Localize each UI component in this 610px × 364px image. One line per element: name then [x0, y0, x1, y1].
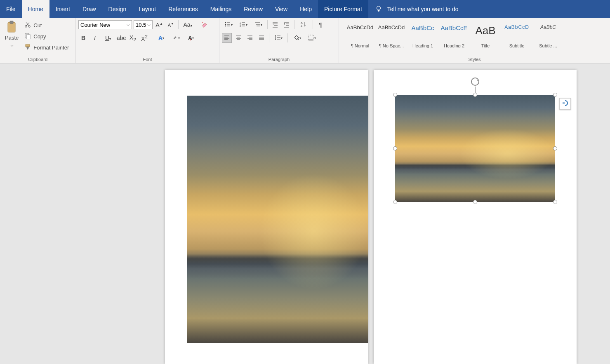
- font-size-combo[interactable]: 10.5: [134, 20, 153, 29]
- resize-handle-t[interactable]: [473, 93, 477, 97]
- tell-me-search[interactable]: Tell me what you want to do: [368, 0, 465, 18]
- format-painter-label: Format Painter: [33, 45, 69, 51]
- justify-button[interactable]: [257, 33, 266, 43]
- style-item-2[interactable]: AaBbCcHeading 1: [407, 21, 438, 50]
- group-label-paragraph: Paragraph: [222, 57, 336, 63]
- italic-button[interactable]: I: [90, 33, 100, 43]
- style-name-label: Subtle ...: [534, 43, 562, 48]
- tab-home[interactable]: Home: [22, 0, 49, 18]
- group-font: Courier New 10.5 A▲ A▼ Aa▾ B I U▾ abc: [76, 18, 219, 63]
- styles-gallery[interactable]: AaBbCcDd¶ NormalAaBbCcDd¶ No Spac...AaBb…: [342, 20, 608, 52]
- highlight-button[interactable]: ▾: [170, 33, 183, 43]
- resize-handle-tr[interactable]: [553, 93, 557, 97]
- bullets-button[interactable]: ▾: [222, 20, 235, 30]
- style-name-label: ¶ Normal: [346, 43, 374, 48]
- sort-button[interactable]: AZ: [297, 20, 310, 30]
- clear-formatting-button[interactable]: [200, 20, 210, 30]
- show-marks-button[interactable]: ¶: [316, 20, 325, 30]
- resize-handle-tl[interactable]: [393, 93, 397, 97]
- align-right-button[interactable]: [245, 33, 255, 43]
- tab-view[interactable]: View: [269, 0, 294, 18]
- borders-button[interactable]: ▾: [305, 33, 318, 43]
- tab-mailings[interactable]: Mailings: [204, 0, 238, 18]
- ribbon-body: Paste Cut Copy Format Painter Clipboard: [0, 18, 610, 63]
- copy-button[interactable]: Copy: [23, 32, 71, 41]
- layout-options-button[interactable]: [559, 98, 571, 110]
- style-preview: AaBbCcE: [440, 24, 467, 31]
- style-item-5[interactable]: AaBbCcDSubtitle: [502, 21, 532, 50]
- style-name-label: Heading 2: [440, 43, 468, 48]
- increase-indent-button[interactable]: [282, 20, 292, 30]
- highlight-icon: [172, 35, 178, 42]
- svg-text:3: 3: [240, 25, 241, 27]
- resize-handle-b[interactable]: [473, 200, 477, 204]
- bold-button[interactable]: B: [78, 33, 88, 43]
- increase-indent-icon: [283, 21, 290, 29]
- font-name-combo[interactable]: Courier New: [78, 20, 132, 29]
- line-spacing-button[interactable]: ▾: [272, 33, 285, 43]
- text-effects-button[interactable]: A▾: [155, 33, 168, 43]
- svg-point-4: [28, 26, 30, 27]
- tab-layout[interactable]: Layout: [132, 0, 162, 18]
- resize-handle-r[interactable]: [553, 146, 557, 150]
- shading-button[interactable]: ▾: [290, 33, 304, 43]
- pilcrow-icon: ¶: [319, 21, 322, 28]
- resize-handle-l[interactable]: [393, 146, 397, 150]
- tab-references[interactable]: References: [162, 0, 204, 18]
- format-painter-button[interactable]: Format Painter: [23, 43, 71, 52]
- change-case-icon: Aa▾: [183, 21, 192, 28]
- decrease-font-button[interactable]: A▼: [166, 20, 176, 30]
- increase-font-icon: A▲: [155, 21, 163, 28]
- cut-button[interactable]: Cut: [23, 21, 71, 30]
- resize-handle-bl[interactable]: [393, 200, 397, 204]
- paste-label: Paste: [5, 35, 19, 41]
- tab-help[interactable]: Help: [294, 0, 318, 18]
- font-color-button[interactable]: A▾: [184, 33, 198, 43]
- rotate-handle[interactable]: [470, 77, 480, 87]
- align-center-icon: [235, 34, 242, 42]
- svg-point-18: [471, 78, 479, 85]
- style-preview: AaBbCcDd: [378, 24, 405, 31]
- multilevel-list-button[interactable]: ▾: [252, 20, 265, 30]
- underline-button[interactable]: U▾: [101, 33, 115, 43]
- justify-icon: [258, 34, 265, 42]
- change-case-button[interactable]: Aa▾: [181, 20, 194, 30]
- style-item-3[interactable]: AaBbCcEHeading 2: [439, 21, 469, 50]
- inserted-picture-1[interactable]: [187, 96, 368, 343]
- tell-me-placeholder: Tell me what you want to do: [387, 6, 459, 12]
- ribbon-tabs: File Home Insert Draw Design Layout Refe…: [0, 0, 610, 18]
- style-name-label: Heading 1: [409, 43, 437, 48]
- tab-picture-format[interactable]: Picture Format: [318, 0, 368, 18]
- decrease-indent-button[interactable]: [270, 20, 280, 30]
- tab-design[interactable]: Design: [102, 0, 133, 18]
- style-item-6[interactable]: AaBbCSubtle ...: [533, 21, 563, 50]
- page-1[interactable]: [165, 70, 368, 364]
- increase-font-button[interactable]: A▲: [154, 20, 164, 30]
- tab-draw[interactable]: Draw: [76, 0, 102, 18]
- style-item-1[interactable]: AaBbCcDd¶ No Spac...: [376, 21, 407, 50]
- selected-picture[interactable]: [395, 95, 555, 202]
- superscript-icon: X2: [141, 34, 148, 42]
- strikethrough-button[interactable]: abc: [116, 33, 126, 43]
- style-preview: AaBbC: [540, 24, 556, 30]
- paintbrush-icon: [24, 44, 31, 52]
- svg-rect-17: [309, 35, 313, 40]
- tab-file[interactable]: File: [0, 0, 22, 18]
- style-item-0[interactable]: AaBbCcDd¶ Normal: [345, 21, 375, 50]
- paste-button[interactable]: Paste: [2, 20, 21, 50]
- subscript-button[interactable]: X2: [128, 33, 138, 43]
- style-item-4[interactable]: AaBTitle: [470, 21, 501, 50]
- resize-handle-br[interactable]: [553, 200, 557, 204]
- paste-icon: [6, 21, 18, 34]
- superscript-button[interactable]: X2: [139, 33, 149, 43]
- align-left-icon: [224, 34, 230, 42]
- document-canvas[interactable]: [0, 63, 610, 364]
- numbering-button[interactable]: 123▾: [237, 20, 250, 30]
- bold-icon: B: [81, 35, 85, 41]
- page-2[interactable]: [374, 70, 577, 364]
- chevron-down-icon: [127, 22, 130, 28]
- align-center-button[interactable]: [233, 33, 243, 43]
- tab-review[interactable]: Review: [238, 0, 269, 18]
- align-left-button[interactable]: [222, 33, 232, 43]
- tab-insert[interactable]: Insert: [49, 0, 76, 18]
